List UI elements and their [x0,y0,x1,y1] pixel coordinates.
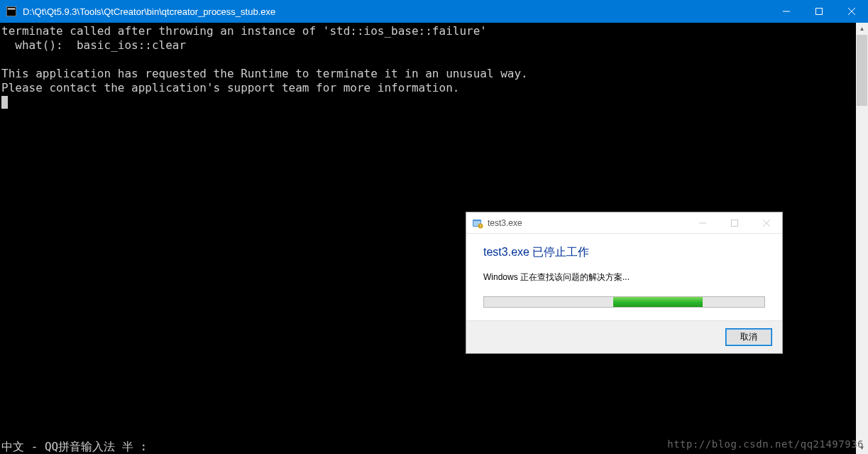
dialog-footer: 取消 [466,320,782,353]
app-crash-icon: ! [472,217,483,229]
window-controls [770,0,868,23]
console-line: terminate called after throwing an insta… [1,24,487,38]
maximize-button[interactable] [803,0,835,23]
minimize-button[interactable] [770,0,803,23]
console-line: This application has requested the Runti… [1,67,528,80]
svg-rect-11 [731,220,737,227]
dialog-controls [686,212,782,233]
dialog-titlebar[interactable]: ! test3.exe [466,212,782,234]
window-title: D:\Qt\Qt5.9.3\Tools\QtCreator\bin\qtcrea… [23,6,275,17]
svg-rect-0 [6,6,16,16]
console-window: D:\Qt\Qt5.9.3\Tools\QtCreator\bin\qtcrea… [0,0,868,454]
vertical-scrollbar[interactable]: ▲ ▼ [856,23,868,454]
scroll-thumb[interactable] [857,35,867,106]
error-dialog: ! test3.exe test3.exe 已停止工作 Windows 正 [466,212,783,354]
scroll-up-arrow[interactable]: ▲ [856,23,868,35]
svg-rect-3 [816,9,823,15]
dialog-message: Windows 正在查找该问题的解决方案... [483,271,765,283]
dialog-close-button[interactable] [750,212,782,234]
cancel-button[interactable]: 取消 [725,328,772,346]
progress-bar [483,296,765,308]
titlebar[interactable]: D:\Qt\Qt5.9.3\Tools\QtCreator\bin\qtcrea… [0,0,868,23]
dialog-title: test3.exe [488,218,522,228]
dialog-maximize-button [718,212,750,234]
svg-rect-1 [8,9,16,10]
progress-fill [613,297,703,307]
ime-status-bar: 中文 - QQ拼音输入法 半 : [1,440,147,454]
dialog-heading: test3.exe 已停止工作 [483,245,765,260]
console-line: what(): basic_ios::clear [1,38,186,52]
text-cursor [1,96,8,109]
watermark-text: http://blog.csdn.net/qq21497936 [667,438,864,450]
titlebar-left: D:\Qt\Qt5.9.3\Tools\QtCreator\bin\qtcrea… [0,6,275,17]
dialog-body: test3.exe 已停止工作 Windows 正在查找该问题的解决方案... [466,234,782,320]
dialog-title-left: ! test3.exe [472,217,522,229]
console-line: Please contact the application's support… [1,81,459,94]
close-button[interactable] [835,0,868,23]
dialog-minimize-button [686,212,718,234]
app-icon [6,6,17,17]
